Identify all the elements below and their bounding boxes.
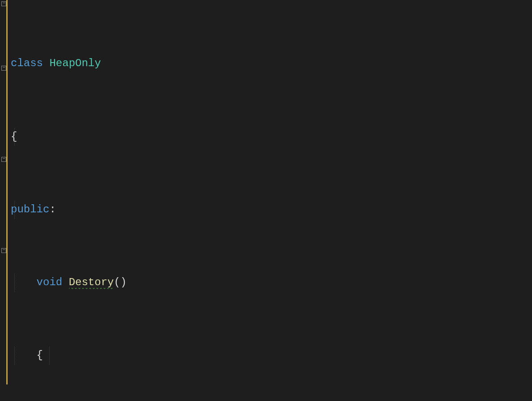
function-name: Destory [69,276,114,289]
keyword-void: void [37,276,63,288]
brace-open: { [37,349,43,361]
code-line[interactable]: class HeapOnly [9,55,532,73]
code-line[interactable]: void Destory() [9,274,532,292]
code-line[interactable]: { [9,346,532,365]
code-line[interactable]: { [9,128,532,146]
fold-marker-icon[interactable] [1,157,6,162]
modification-indicator [6,0,8,384]
keyword-class: class [11,57,43,69]
parens: () [114,276,127,288]
fold-marker-icon[interactable] [1,66,6,71]
fold-marker-icon[interactable] [1,1,6,6]
code-area[interactable]: class HeapOnly { public: void Destory() … [8,0,532,401]
gutter [0,0,8,401]
keyword-public: public [11,203,49,215]
fold-marker-icon[interactable] [1,248,6,253]
colon: : [49,203,55,215]
code-editor[interactable]: class HeapOnly { public: void Destory() … [0,0,532,401]
class-name: HeapOnly [49,57,101,69]
code-line[interactable]: public: [9,201,532,219]
